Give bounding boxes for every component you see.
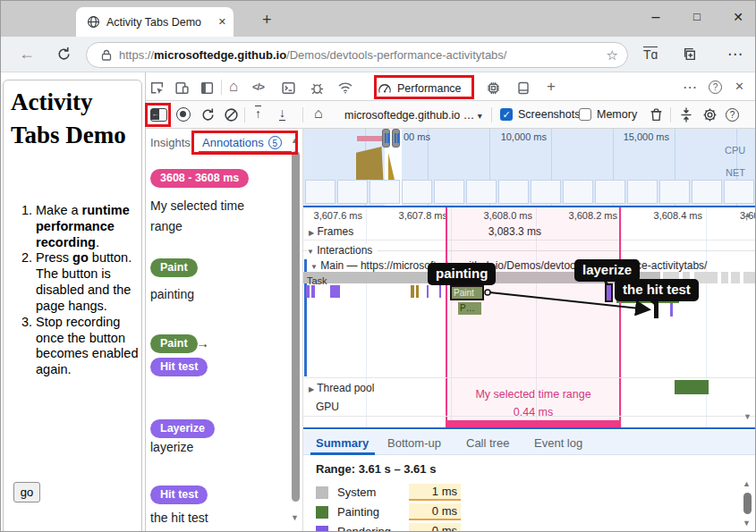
globe-icon (87, 15, 100, 29)
devtools-menu-icon[interactable]: ⋯ (683, 79, 697, 96)
tab-bottom-up[interactable]: Bottom-up (387, 436, 441, 450)
trash-icon[interactable] (648, 106, 664, 122)
annotation-label[interactable]: painting (150, 287, 194, 301)
annotation-badge-layerize[interactable]: Layerize (150, 419, 215, 438)
annotation-hit-test-label[interactable]: the hit test (615, 279, 699, 301)
tab-insights[interactable]: Insights (150, 136, 191, 149)
screenshots-checkbox[interactable]: ✓ Screenshots (500, 108, 580, 121)
scroll-up-icon[interactable]: ▲ (743, 480, 751, 488)
address-bar[interactable]: https://microsoftedge.github.io/Demos/de… (86, 42, 628, 68)
url-host: microsoftedge.github.io (154, 48, 286, 62)
sidebar-scrollbar-thumb[interactable] (292, 151, 300, 502)
annotation-label[interactable]: My selected time range (150, 196, 265, 237)
refresh-icon[interactable] (56, 46, 72, 62)
go-button[interactable]: go (13, 482, 40, 502)
overview-tick: 10,000 ms (497, 131, 547, 142)
network-icon[interactable] (336, 80, 354, 96)
save-profile-icon[interactable]: ↓ (279, 106, 285, 121)
annotation-badge-hittest-link[interactable]: Hit test (150, 358, 208, 376)
inspect-icon[interactable] (148, 80, 166, 96)
console-icon[interactable] (279, 80, 297, 96)
legend-value: 0 ms (409, 523, 461, 532)
toolbar-separator (491, 107, 492, 122)
annotation-label[interactable]: the hit test (150, 511, 208, 525)
range-handle-left[interactable] (382, 129, 390, 148)
screenshot-filmstrip[interactable] (303, 178, 756, 206)
panel-help-icon[interactable]: ? (726, 108, 739, 122)
collapse-icon: ▼ (307, 248, 314, 256)
cpu-row-label: CPU (725, 145, 745, 156)
legend-value: 1 ms (409, 484, 461, 501)
checkbox-checked-icon[interactable]: ✓ (500, 108, 513, 121)
highlight-annotations-tab (191, 131, 298, 155)
legend-value: 0 ms (409, 503, 461, 520)
annotation-label[interactable]: layerize (150, 440, 193, 454)
collections-icon[interactable] (683, 46, 698, 62)
origin-home-icon[interactable]: ⌂ (314, 106, 323, 122)
scroll-down-icon[interactable]: ▼ (743, 413, 752, 421)
maximize-button[interactable]: □ (679, 10, 715, 23)
annotation-badge-paint-link[interactable]: Paint (150, 334, 198, 353)
summary-content: Range: 3.61 s – 3.61 s System 1 ms Paint… (303, 455, 756, 532)
window-close-button[interactable]: ✕ (720, 10, 756, 24)
summary-scrollbar-thumb[interactable] (743, 493, 752, 514)
record-reload-icon[interactable] (200, 106, 216, 122)
tab-event-log[interactable]: Event log (534, 436, 582, 450)
collect-garbage-icon[interactable] (679, 106, 693, 122)
url-text[interactable]: https://microsoftedge.github.io/Demos/de… (119, 48, 601, 62)
load-profile-icon[interactable]: ↑ (255, 106, 261, 121)
browser-tab[interactable]: Activity Tabs Demo ✕ (76, 7, 234, 37)
thread-pool-row[interactable]: ▶ Thread pool (309, 382, 374, 394)
range-handle-right[interactable] (392, 129, 400, 148)
gear-icon[interactable] (701, 106, 718, 122)
legend-name: System (337, 486, 409, 499)
toolbar-separator (244, 107, 245, 122)
tab-close-icon[interactable]: ✕ (218, 16, 226, 28)
record-icon[interactable] (176, 107, 191, 122)
application-icon[interactable] (514, 80, 532, 96)
tab-call-tree[interactable]: Call tree (466, 436, 509, 450)
tab-summary[interactable]: Summary (316, 436, 369, 450)
list-item: Stop recording once the button becomes e… (36, 315, 140, 378)
annotation-painting-label[interactable]: painting (428, 263, 496, 285)
memory-chip-icon[interactable] (484, 80, 502, 96)
thread-pool-event[interactable] (675, 380, 709, 394)
annotation-badge-paint[interactable]: Paint (150, 258, 198, 277)
interactions-row[interactable]: ▼ Interactions (307, 244, 378, 257)
browser-menu-icon[interactable]: ⋯ (727, 45, 743, 63)
favorite-star-icon[interactable]: ☆ (607, 47, 618, 63)
legend-swatch (316, 486, 328, 499)
origin-selector[interactable]: microsoftedge.github.io … ▾ (344, 109, 482, 122)
checkbox-unchecked-icon[interactable] (579, 108, 591, 121)
devtools-help-icon[interactable]: ? (709, 80, 722, 94)
memory-checkbox[interactable]: Memory (579, 108, 637, 121)
annotation-arrows (303, 207, 756, 427)
highlight-sidebar-toggle (145, 103, 171, 127)
more-tools-icon[interactable]: + (547, 78, 556, 96)
back-icon[interactable]: ← (19, 45, 35, 63)
dock-panel-icon[interactable] (198, 80, 216, 96)
elements-icon[interactable]: </> (252, 81, 264, 92)
welcome-home-icon[interactable]: ⌂ (229, 78, 238, 96)
timeline-detail[interactable]: 3,607.6 ms 3,607.8 ms 3,608.0 ms 3,608.2… (303, 207, 756, 427)
annotation-badge-hittest[interactable]: Hit test (150, 486, 208, 504)
toolbar-separator (221, 80, 222, 95)
scroll-down-icon[interactable]: ▼ (291, 514, 299, 522)
minimize-button[interactable]: – (638, 9, 674, 25)
read-aloud-icon[interactable]: Tɑ (643, 46, 658, 62)
bug-icon[interactable] (308, 80, 326, 96)
scroll-down-icon[interactable]: ▼ (743, 519, 751, 528)
clear-icon[interactable] (223, 106, 239, 122)
gpu-row[interactable]: GPU (316, 401, 339, 413)
annotations-sidebar (146, 129, 303, 532)
legend-row: Rendering 0 ms (316, 523, 461, 532)
browser-window: Activity Tabs Demo ✕ + – □ ✕ ← https://m… (0, 0, 756, 532)
lock-icon[interactable] (101, 49, 112, 61)
screenshots-label: Screenshots (518, 108, 580, 121)
timeline-overview[interactable]: 00 ms 10,000 ms 15,000 ms CPU NET (303, 129, 756, 206)
device-emulation-icon[interactable] (173, 80, 191, 96)
scroll-up-icon[interactable]: ▲ (743, 211, 752, 219)
devtools-close-icon[interactable]: ✕ (735, 80, 744, 93)
annotation-badge-range[interactable]: 3608 - 3608 ms (150, 169, 249, 188)
new-tab-button[interactable]: + (262, 11, 272, 30)
